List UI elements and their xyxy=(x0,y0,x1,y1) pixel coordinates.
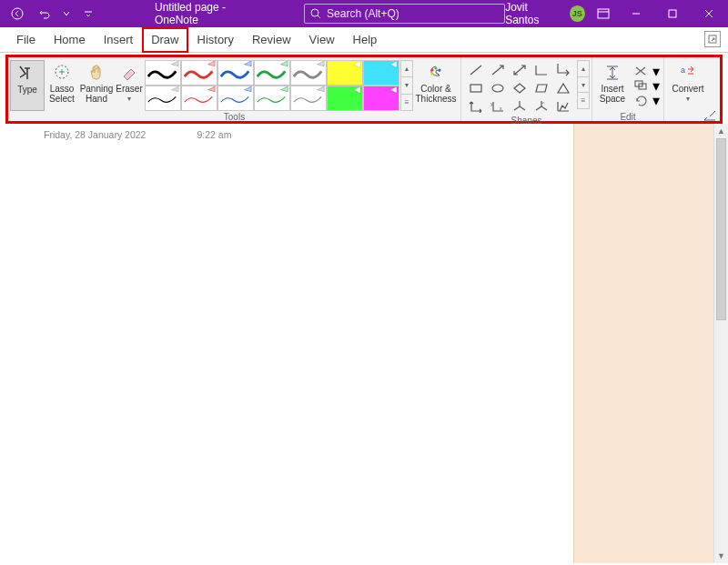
chevron-down-icon[interactable]: ▾ xyxy=(648,93,664,107)
shape-diamond[interactable] xyxy=(511,80,529,96)
pen-red-thin[interactable] xyxy=(181,86,217,111)
shape-rect[interactable] xyxy=(467,80,485,96)
shape-graph[interactable] xyxy=(554,98,572,115)
pen-blue-thin[interactable] xyxy=(217,86,254,111)
search-box[interactable]: Search (Alt+Q) xyxy=(304,4,505,24)
svg-point-9 xyxy=(431,73,434,76)
highlighter-cyan[interactable] xyxy=(363,60,399,86)
delete-button[interactable] xyxy=(632,64,649,78)
arrange-button[interactable] xyxy=(632,78,649,93)
svg-text:x: x xyxy=(500,106,502,111)
ribbon-draw: Type Lasso Select Panning Hand Eraser ▾ xyxy=(5,55,723,124)
tab-draw[interactable]: Draw xyxy=(142,27,187,53)
pen-black-thin[interactable] xyxy=(145,86,181,111)
tab-review[interactable]: Review xyxy=(243,27,300,53)
shape-axes3d-labeled[interactable]: z xyxy=(532,98,551,115)
user-avatar[interactable]: JS xyxy=(570,5,585,22)
group-label-edit: Edit xyxy=(592,111,663,124)
close-button[interactable] xyxy=(692,0,726,27)
gallery-down-icon[interactable]: ▾ xyxy=(578,77,589,94)
collapse-ribbon-button[interactable] xyxy=(703,108,716,119)
scroll-down-button[interactable]: ▼ xyxy=(714,549,728,563)
tab-home[interactable]: Home xyxy=(45,27,95,53)
gallery-expand-icon[interactable]: ≡ xyxy=(401,95,412,110)
back-button[interactable] xyxy=(5,2,29,25)
pen-green-thick[interactable] xyxy=(254,60,290,86)
page-time: 9:22 am xyxy=(197,129,231,140)
shape-arrow[interactable] xyxy=(489,62,507,78)
search-icon xyxy=(310,8,321,19)
shape-elbow-arrow[interactable] xyxy=(554,62,572,78)
pen-gray-thin[interactable] xyxy=(290,86,327,111)
window-title: Untitled page - OneNote xyxy=(155,1,268,26)
highlighter-magenta[interactable] xyxy=(363,86,399,111)
page-list-pane[interactable] xyxy=(573,124,713,563)
pen-red-thick[interactable] xyxy=(181,60,217,86)
gallery-up-icon[interactable]: ▴ xyxy=(578,61,589,77)
svg-text:z: z xyxy=(542,100,544,105)
svg-text:a: a xyxy=(681,66,685,75)
convert-button[interactable]: a Convert ▾ xyxy=(666,60,710,111)
type-tool-button[interactable]: Type xyxy=(10,60,45,111)
qat-customize[interactable] xyxy=(76,2,100,25)
svg-rect-2 xyxy=(598,9,609,18)
eraser-button[interactable]: Eraser ▾ xyxy=(114,60,145,111)
chevron-down-icon: ▾ xyxy=(686,96,690,104)
tab-history[interactable]: History xyxy=(188,27,243,53)
shape-ellipse[interactable] xyxy=(489,80,507,96)
user-name[interactable]: Jovit Santos xyxy=(505,1,561,26)
note-canvas[interactable]: Friday, 28 January 2022 9:22 am xyxy=(0,124,573,563)
panning-hand-button[interactable]: Panning Hand xyxy=(79,60,114,111)
shapes-gallery-more[interactable]: ▴ ▾ ≡ xyxy=(577,60,590,109)
gallery-expand-icon[interactable]: ≡ xyxy=(578,93,589,108)
shape-triangle[interactable] xyxy=(554,80,572,96)
shape-axes3d[interactable] xyxy=(511,98,529,115)
search-placeholder: Search (Alt+Q) xyxy=(327,7,399,20)
shape-line[interactable] xyxy=(467,62,485,78)
shape-elbow[interactable] xyxy=(532,62,551,78)
page-date: Friday, 28 January 2022 xyxy=(44,129,146,140)
pen-gray-thick[interactable] xyxy=(290,60,327,86)
minimize-button[interactable] xyxy=(618,0,652,27)
pen-blue-thick[interactable] xyxy=(217,60,254,86)
chevron-down-icon: ▾ xyxy=(127,96,131,104)
menu-tab-row: File Home Insert Draw History Review Vie… xyxy=(0,27,728,53)
shape-axes2d-labeled[interactable]: yx xyxy=(489,98,507,115)
color-thickness-button[interactable]: Color & Thickness xyxy=(413,60,459,111)
maximize-button[interactable] xyxy=(655,0,690,27)
scroll-up-button[interactable]: ▲ xyxy=(714,124,728,138)
svg-point-7 xyxy=(435,67,438,70)
tab-view[interactable]: View xyxy=(300,27,344,53)
highlighter-yellow[interactable] xyxy=(327,60,363,86)
undo-dropdown[interactable] xyxy=(60,2,73,25)
svg-rect-4 xyxy=(709,35,716,43)
pen-black-thick[interactable] xyxy=(145,60,181,86)
shape-double-arrow[interactable] xyxy=(511,62,529,78)
tab-insert[interactable]: Insert xyxy=(95,27,143,53)
ribbon-expand-button[interactable] xyxy=(704,31,721,47)
svg-point-11 xyxy=(492,85,503,92)
shape-axes2d[interactable] xyxy=(467,98,485,115)
undo-button[interactable] xyxy=(33,2,56,25)
tab-file[interactable]: File xyxy=(7,27,45,53)
svg-rect-3 xyxy=(669,10,676,17)
pen-green-thin[interactable] xyxy=(254,86,290,111)
highlighter-green[interactable] xyxy=(327,86,363,111)
lasso-select-button[interactable]: Lasso Select xyxy=(45,60,79,111)
tab-help[interactable]: Help xyxy=(344,27,387,53)
svg-point-8 xyxy=(439,69,441,72)
vertical-scrollbar[interactable]: ▲ ▼ xyxy=(713,124,728,563)
scroll-thumb[interactable] xyxy=(716,138,726,320)
ribbon-display-button[interactable] xyxy=(591,0,617,27)
gallery-down-icon[interactable]: ▾ xyxy=(401,77,412,94)
svg-point-0 xyxy=(12,8,23,19)
edit-dropdowns: ▾ ▾ ▾ xyxy=(651,60,662,111)
insert-space-button[interactable]: Insert Space xyxy=(594,60,631,111)
shape-parallelogram[interactable] xyxy=(532,80,551,96)
svg-rect-10 xyxy=(470,85,481,92)
rotate-button[interactable] xyxy=(632,93,649,107)
pen-gallery-more[interactable]: ▴ ▾ ≡ xyxy=(400,60,413,111)
svg-point-6 xyxy=(431,69,434,72)
gallery-up-icon[interactable]: ▴ xyxy=(401,61,412,77)
pen-gallery xyxy=(145,60,399,111)
